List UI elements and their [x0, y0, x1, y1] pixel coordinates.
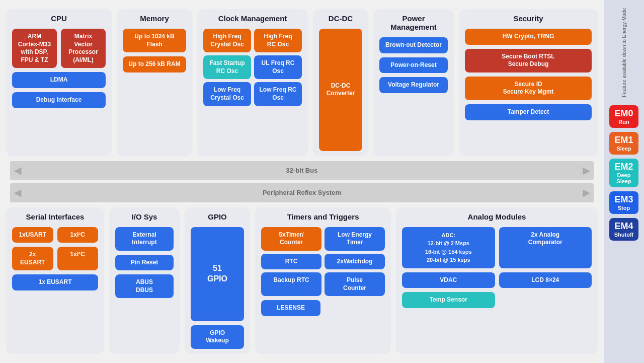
memory-title: Memory	[123, 14, 186, 23]
power-section: Power Management Brown-out Detector Powe…	[373, 9, 454, 156]
dcdc-title: DC-DC	[319, 14, 362, 23]
sidebar-em1-label: Sleep	[611, 146, 636, 152]
cpu-chip-arm: ARM Cortex-M33 with DSP, FPU & TZ	[12, 29, 57, 68]
bottom-row: Serial Interfaces 1xUSART 1xI²C 2xEUSART…	[6, 207, 598, 354]
analog-section: Analog Modules ADC:12-bit @ 2 Msps16-bit…	[396, 207, 598, 354]
clock-section: Clock Management High Freq Crystal Osc H…	[197, 9, 308, 156]
io-chip-abus: ABUSDBUS	[115, 274, 174, 298]
memory-chip-flash: Up to 1024 kB Flash	[123, 29, 186, 52]
io-chip-pin-reset: Pin Reset	[115, 255, 174, 271]
sidebar-em2-num: EM2	[611, 162, 636, 172]
timers-chip-5xtimer: 5xTimer/Counter	[261, 227, 321, 251]
analog-chip-adc: ADC:12-bit @ 2 Msps16-bit @ 154 ksps20-b…	[402, 227, 495, 268]
timers-chip-backup-rtc: Backup RTC	[261, 272, 321, 296]
gpio-section: GPIO 51GPIO GPIOWakeup	[185, 207, 250, 354]
sidebar-em0-badge: EM0 Run	[609, 105, 638, 128]
clock-ul-freq: UL Freq RC Osc	[254, 55, 302, 79]
clock-hf-rc: High Freq RC Osc	[254, 29, 302, 52]
io-chip-ext-int: External Interrupt	[115, 227, 174, 251]
sidebar-em4-label: Shutoff	[611, 232, 636, 238]
security-chip-tamper: Tamper Detect	[465, 104, 592, 120]
analog-chip-temp-sensor: Temp Sensor	[402, 292, 495, 308]
io-section: I/O Sys External Interrupt Pin Reset ABU…	[109, 207, 180, 354]
sidebar-em3-badge: EM3 Stop	[609, 191, 638, 214]
memory-chip-ram: Up to 256 kB RAM	[123, 56, 186, 72]
serial-row-2: 2xEUSART 1xI²C	[12, 247, 98, 270]
power-chip-vreg: Voltage Regulator	[379, 77, 448, 93]
sidebar-em3-num: EM3	[611, 194, 636, 205]
clock-lf-crystal: Low Freq Crystal Osc	[203, 82, 251, 106]
timers-chip-lesense: LESENSE	[261, 300, 320, 316]
security-chip-hw-crypto: HW Crypto, TRNG	[465, 29, 592, 45]
dcdc-section: DC-DC DC-DC Converter	[313, 9, 368, 156]
sidebar-em4-num: EM4	[611, 221, 636, 232]
bus-peripheral-label: Peripheral Reflex System	[263, 189, 341, 196]
sidebar-feature-label: Feature available down to Energy Mode	[621, 8, 627, 97]
timers-chip-pulse-counter: PulseCounter	[325, 272, 385, 296]
gpio-chip-51: 51GPIO	[191, 227, 244, 321]
cpu-chip-matrix: Matrix Vector Processor (AI/ML)	[61, 29, 106, 68]
cpu-ldma-row: LDMA	[12, 72, 106, 88]
sidebar-em2-badge: EM2 DeepSleep	[609, 159, 638, 187]
analog-chip-lcd: LCD 8×24	[499, 272, 592, 288]
timers-section: Timers and Triggers 5xTimer/Counter Low …	[255, 207, 391, 354]
sidebar-em3-label: Stop	[611, 205, 636, 211]
serial-chip-i2c-2: 1xI²C	[57, 247, 99, 270]
main-area: CPU ARM Cortex-M33 with DSP, FPU & TZ Ma…	[0, 0, 604, 363]
gpio-title: GPIO	[191, 212, 244, 221]
timers-chip-rtc: RTC	[261, 254, 321, 270]
cpu-top-chips: ARM Cortex-M33 with DSP, FPU & TZ Matrix…	[12, 29, 106, 68]
clock-title: Clock Management	[203, 14, 302, 23]
sidebar-em2-label: DeepSleep	[611, 172, 636, 184]
serial-row-1: 1xUSART 1xI²C	[12, 227, 98, 243]
security-chip-secure-id: Secure IDSecure Key Mgmt	[465, 77, 592, 100]
bus-32bit: 32-bit Bus	[10, 161, 594, 180]
sidebar-em4-badge: EM4 Shutoff	[609, 218, 638, 241]
sidebar-em0-num: EM0	[611, 108, 636, 119]
memory-section: Memory Up to 1024 kB Flash Up to 256 kB …	[117, 9, 192, 156]
serial-chip-eusart-1x: 1x EUSART	[12, 274, 98, 291]
timers-chip-watchdog: 2xWatchdog	[325, 254, 385, 270]
sidebar-em0-label: Run	[611, 119, 636, 125]
io-title: I/O Sys	[115, 212, 174, 221]
serial-section: Serial Interfaces 1xUSART 1xI²C 2xEUSART…	[6, 207, 104, 354]
security-section: Security HW Crypto, TRNG Secure Boot RTS…	[459, 9, 598, 156]
cpu-chip-ldma: LDMA	[12, 72, 106, 88]
cpu-title: CPU	[12, 14, 106, 23]
clock-grid: High Freq Crystal Osc High Freq RC Osc F…	[203, 29, 302, 106]
timers-grid: 5xTimer/Counter Low EnergyTimer RTC 2xWa…	[261, 227, 385, 297]
sidebar-em1-num: EM1	[611, 135, 636, 146]
gpio-chip-wakeup: GPIOWakeup	[191, 325, 244, 349]
dcdc-chip-converter: DC-DC Converter	[319, 29, 362, 151]
power-chip-bod: Brown-out Detector	[379, 37, 448, 53]
timers-title: Timers and Triggers	[261, 212, 385, 221]
analog-chip-comparator: 2x AnalogComparator	[499, 227, 592, 268]
sidebar: Feature available down to Energy Mode EM…	[604, 0, 644, 363]
bus-32bit-label: 32-bit Bus	[286, 167, 318, 174]
clock-hf-crystal: High Freq Crystal Osc	[203, 29, 251, 52]
security-title: Security	[465, 14, 592, 23]
cpu-chip-debug: Debug Interface	[12, 92, 106, 108]
cpu-debug-row: Debug Interface	[12, 92, 106, 108]
bus-section: 32-bit Bus Peripheral Reflex System	[6, 161, 598, 202]
analog-grid: ADC:12-bit @ 2 Msps16-bit @ 154 ksps20-b…	[402, 227, 592, 308]
power-title: Power Management	[379, 14, 448, 31]
cpu-section: CPU ARM Cortex-M33 with DSP, FPU & TZ Ma…	[6, 9, 112, 156]
clock-lf-rc: Low Freq RC Osc	[254, 82, 302, 106]
serial-title: Serial Interfaces	[12, 212, 98, 221]
serial-chip-i2c-1: 1xI²C	[57, 227, 99, 243]
serial-chip-eusart-2x: 2xEUSART	[12, 247, 53, 270]
power-chip-por: Power-on-Reset	[379, 57, 448, 74]
timers-chip-low-energy-timer: Low EnergyTimer	[325, 227, 385, 251]
clock-fast-startup: Fast Startup RC Osc	[203, 55, 251, 79]
sidebar-em1-badge: EM1 Sleep	[609, 132, 638, 155]
top-row: CPU ARM Cortex-M33 with DSP, FPU & TZ Ma…	[6, 9, 598, 156]
serial-chip-usart: 1xUSART	[12, 227, 53, 243]
analog-chip-vdac: VDAC	[402, 272, 495, 288]
analog-title: Analog Modules	[402, 212, 592, 221]
bus-peripheral: Peripheral Reflex System	[10, 183, 594, 202]
security-chip-secure-boot: Secure Boot RTSLSecure Debug	[465, 49, 592, 72]
